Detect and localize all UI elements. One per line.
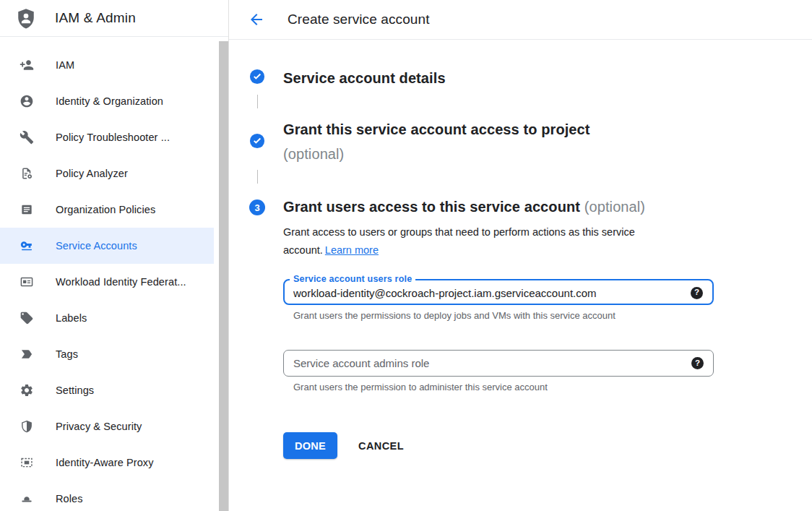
admins-role-field <box>283 350 714 377</box>
step-connector <box>257 95 258 108</box>
step-1-title[interactable]: Service account details <box>283 69 446 87</box>
wrench-icon <box>20 130 34 145</box>
step-3-optional-label: (optional) <box>584 199 645 215</box>
sidebar-item-label: Policy Analyzer <box>56 168 128 179</box>
arrow-back-icon <box>248 11 265 28</box>
sidebar-item-label: Identity-Aware Proxy <box>56 457 154 468</box>
sidebar-item-label: Service Accounts <box>56 240 137 252</box>
step-3-title-text: Grant users access to this service accou… <box>283 199 580 215</box>
sidebar-header: IAM & Admin <box>0 0 228 37</box>
sidebar-item-roles[interactable]: Roles <box>0 481 214 511</box>
iam-admin-shield-icon <box>15 7 37 29</box>
hat-icon <box>20 491 34 506</box>
service-account-key-icon <box>20 239 34 253</box>
users-role-field: Service account users role <box>283 274 714 305</box>
app-root: IAM & Admin IAMIdentity & OrganizationPo… <box>0 0 812 511</box>
step-1-complete-check-icon <box>249 69 265 85</box>
cancel-button[interactable]: CANCEL <box>358 440 404 452</box>
learn-more-link[interactable]: Learn more <box>325 244 379 256</box>
doc-gear-icon <box>20 166 34 181</box>
step-2-title-text: Grant this service account access to pro… <box>283 121 590 137</box>
users-role-input[interactable] <box>293 287 691 299</box>
sidebar-item-label: Workload Identity Federat... <box>56 276 186 288</box>
list-box-icon <box>20 202 34 217</box>
gear-icon <box>20 383 34 398</box>
sidebar-nav: IAMIdentity & OrganizationPolicy Trouble… <box>0 37 228 511</box>
wizard-content: Service account details Grant this servi… <box>229 40 812 459</box>
done-button[interactable]: DONE <box>283 432 337 459</box>
admins-role-help-icon[interactable] <box>691 357 704 369</box>
sidebar-item-label: Roles <box>56 493 83 504</box>
step-2-complete-check-icon <box>249 133 265 149</box>
step-2: Grant this service account access to pro… <box>249 120 812 163</box>
account-circle-icon <box>20 94 34 108</box>
tag-arrow-icon <box>20 347 34 361</box>
sidebar-scrollbar-thumb[interactable] <box>219 41 228 511</box>
sidebar-item-identity-organization[interactable]: Identity & Organization <box>0 83 214 119</box>
sidebar-item-label: Identity & Organization <box>56 95 163 107</box>
sidebar-item-policy-analyzer[interactable]: Policy Analyzer <box>0 155 214 192</box>
sidebar-item-label: Organization Policies <box>56 204 155 215</box>
sidebar-item-privacy-security[interactable]: Privacy & Security <box>0 408 214 445</box>
product-title: IAM & Admin <box>55 10 136 26</box>
label-tag-icon <box>20 311 34 325</box>
step-connector <box>257 170 258 184</box>
step-1: Service account details <box>249 69 812 87</box>
sidebar-item-tags[interactable]: Tags <box>0 336 214 372</box>
admins-role-input[interactable] <box>293 357 691 369</box>
sidebar-item-iam[interactable]: IAM <box>0 47 214 83</box>
id-card-icon <box>20 275 34 289</box>
users-role-help-icon[interactable] <box>691 287 703 299</box>
sidebar-item-label: Privacy & Security <box>56 421 142 432</box>
sidebar-item-identity-aware-proxy[interactable]: Identity-Aware Proxy <box>0 445 214 481</box>
step-2-title[interactable]: Grant this service account access to pro… <box>283 120 590 163</box>
sidebar-item-settings[interactable]: Settings <box>0 372 214 408</box>
sidebar: IAM & Admin IAMIdentity & OrganizationPo… <box>0 0 229 511</box>
users-role-label: Service account users role <box>290 274 415 285</box>
back-button[interactable] <box>248 11 265 28</box>
sidebar-item-service-accounts[interactable]: Service Accounts <box>0 228 214 264</box>
form-actions: DONE CANCEL <box>283 432 812 459</box>
users-role-helper-text: Grant users the permissions to deploy jo… <box>293 310 812 322</box>
admins-role-helper-text: Grant users the permission to administer… <box>293 382 812 393</box>
sidebar-item-label: IAM <box>56 59 74 71</box>
shield-half-icon <box>20 419 34 434</box>
person-add-icon <box>20 58 34 72</box>
sidebar-item-policy-troubleshooter[interactable]: Policy Troubleshooter ... <box>0 119 214 155</box>
step-3-title: Grant users access to this service accou… <box>283 197 645 216</box>
sidebar-item-workload-identity-federat[interactable]: Workload Identity Federat... <box>0 264 214 300</box>
sidebar-item-organization-policies[interactable]: Organization Policies <box>0 192 214 228</box>
step-3-number-badge: 3 <box>249 199 265 215</box>
sidebar-item-label: Tags <box>56 348 78 360</box>
step-3-form: Service account users role Grant users t… <box>283 274 812 459</box>
sidebar-item-label: Policy Troubleshooter ... <box>56 132 170 143</box>
main-panel: Create service account Service account d… <box>229 0 812 511</box>
step-2-optional-label: (optional) <box>283 145 590 163</box>
step-3-description: Grant access to users or groups that nee… <box>283 223 699 259</box>
proxy-frame-icon <box>20 455 34 470</box>
users-role-row <box>285 285 712 304</box>
page-title: Create service account <box>288 12 430 27</box>
sidebar-item-label: Settings <box>56 385 94 396</box>
step-3: 3 Grant users access to this service acc… <box>249 197 812 216</box>
sidebar-item-label: Labels <box>56 312 87 324</box>
page-header: Create service account <box>229 0 812 40</box>
sidebar-item-labels[interactable]: Labels <box>0 300 214 336</box>
